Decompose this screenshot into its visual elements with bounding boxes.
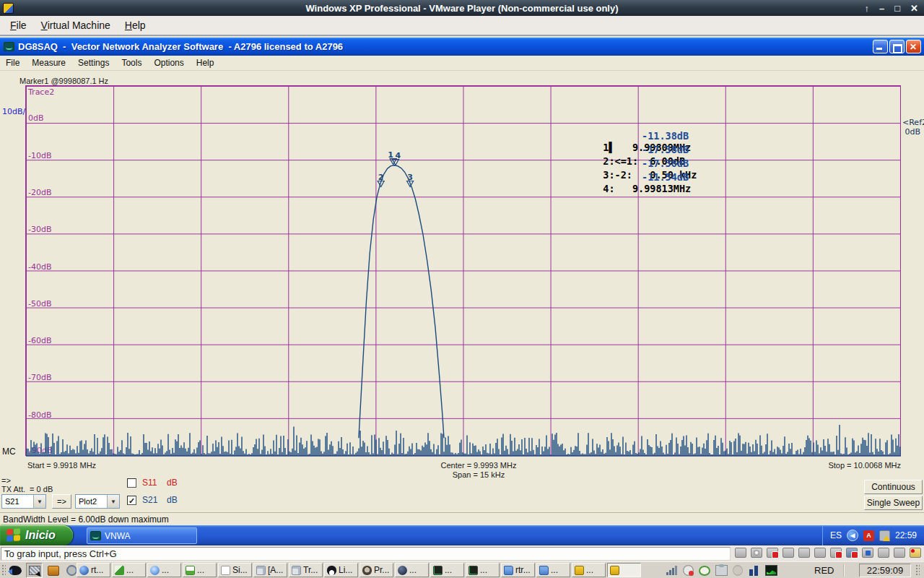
vmware-menu-virtual-machine[interactable]: Virtual Machine xyxy=(35,17,116,33)
xp-restore-button[interactable] xyxy=(889,40,905,53)
taskbar-task-vnwa[interactable]: VNWA xyxy=(87,527,197,544)
svg-text:2: 2 xyxy=(378,173,384,182)
sphere-blue-icon xyxy=(79,566,89,575)
net-graph-icon[interactable] xyxy=(765,565,777,576)
vnwa-menubar: File Measure Settings Tools Options Help xyxy=(0,56,924,71)
host-window-button[interactable]: rt... xyxy=(77,563,110,577)
host-window-list: rt............Si...[A...Tr...Li...Pr....… xyxy=(77,563,641,577)
vmware-tools-warning-icon[interactable] xyxy=(879,530,890,541)
volume-icon[interactable] xyxy=(733,565,743,576)
harddisk-device-icon[interactable] xyxy=(814,548,826,558)
folder-icon xyxy=(539,566,549,575)
host-window-button[interactable]: rtr... xyxy=(501,563,535,577)
host-window-button[interactable]: ... xyxy=(536,563,570,577)
y-scale-label: 10dB/ xyxy=(2,107,25,116)
close-icon[interactable]: ✕ xyxy=(910,3,918,14)
fullscreen-icon[interactable]: ↑ xyxy=(865,3,870,14)
s11-checkbox[interactable] xyxy=(127,478,136,488)
minimize-icon[interactable]: – xyxy=(879,3,884,14)
green-ellipse-icon[interactable] xyxy=(699,566,710,576)
launcher-black-animal-icon[interactable] xyxy=(7,563,24,578)
display-error-device-icon[interactable] xyxy=(846,548,858,558)
panel-drag-handle[interactable] xyxy=(915,564,920,576)
launcher-screen-tool-icon[interactable] xyxy=(26,563,43,578)
vmware-menubar: File Virtual Machine Help xyxy=(0,16,924,36)
s-parameter-select[interactable]: S21 ▼ xyxy=(1,494,46,509)
host-window-button[interactable]: Li... xyxy=(324,563,358,577)
host-window-button[interactable]: Pr... xyxy=(359,563,393,577)
usb-blue-device-icon[interactable] xyxy=(862,548,873,558)
vmware-titlebar: Windows XP Professional - VMware Player … xyxy=(0,0,924,16)
signal-bars-icon[interactable] xyxy=(666,565,678,576)
assign-trace-button[interactable]: => xyxy=(52,494,71,509)
host-window-button[interactable]: ... xyxy=(572,563,606,577)
network-name-label: RED xyxy=(814,565,834,576)
host-window-label: ... xyxy=(586,565,593,575)
host-window-label: ... xyxy=(197,565,204,575)
vmware-menu-help[interactable]: Help xyxy=(119,17,152,33)
panel-drag-handle[interactable] xyxy=(1,564,6,576)
harddisk-device-icon[interactable] xyxy=(894,548,905,558)
marker-readout-row: 4: 9.99813MHz -11.54dB xyxy=(544,171,884,185)
single-sweep-button[interactable]: Single Sweep xyxy=(864,496,923,510)
continuous-sweep-button[interactable]: Continuous xyxy=(864,480,923,494)
host-window-label: ... xyxy=(409,565,417,575)
axis-stop-label: Stop = 10.0068 MHz xyxy=(758,461,901,470)
usb-error-device-icon[interactable] xyxy=(830,548,842,558)
timer-icon[interactable] xyxy=(683,565,694,576)
xp-close-button[interactable] xyxy=(906,40,921,53)
sphere-dark-icon xyxy=(398,566,407,575)
floppy-device-icon[interactable] xyxy=(735,548,746,558)
chevron-down-icon[interactable]: ▼ xyxy=(33,495,45,508)
plot-area[interactable]: Trace2 0dB-10dB-20dB-30dB-40dB-50dB-60dB… xyxy=(25,85,901,456)
host-window-label: rtr... xyxy=(515,565,531,575)
harddisk-device-icon[interactable] xyxy=(878,548,889,558)
pdf-reader-tray-icon[interactable]: A xyxy=(863,530,874,541)
host-window-button[interactable]: Tr... xyxy=(289,563,323,577)
host-window-button[interactable]: ... xyxy=(183,563,217,577)
vmware-icon xyxy=(575,566,584,575)
maximize-icon[interactable]: □ xyxy=(894,3,900,14)
host-window-button[interactable]: ... xyxy=(112,563,146,577)
host-window-button[interactable]: Si... xyxy=(218,563,252,577)
start-button[interactable]: Inicio xyxy=(0,525,73,545)
vmware-menu-file[interactable]: File xyxy=(4,17,32,33)
launcher-drawer-icon[interactable] xyxy=(45,563,61,578)
eq-bars-icon[interactable] xyxy=(748,565,760,576)
note-device-icon[interactable] xyxy=(910,548,921,558)
s11-unit-label: dB xyxy=(167,478,178,488)
axis-center-label: Center = 9.9993 MHz xyxy=(406,461,551,470)
vnwa-menu-tools[interactable]: Tools xyxy=(116,56,148,69)
host-window-button[interactable]: [A... xyxy=(253,563,287,577)
ref-level-label: <Ref2 0dB xyxy=(902,118,924,137)
host-window-button[interactable] xyxy=(607,563,641,577)
hide-tray-icons-icon[interactable]: ◀ xyxy=(847,530,858,541)
folder-icon xyxy=(504,566,513,575)
vm-device-icons xyxy=(735,548,921,558)
vmware-icon xyxy=(610,566,619,575)
grab-input-hint: To grab input, press Ctrl+G xyxy=(1,547,731,561)
language-indicator[interactable]: ES xyxy=(830,530,842,540)
s21-checkbox[interactable]: ✓ xyxy=(127,496,136,505)
host-window-button[interactable]: ... xyxy=(430,563,464,577)
host-window-button[interactable]: ... xyxy=(395,563,429,577)
printer-device-icon[interactable] xyxy=(798,548,810,558)
floppy-error-device-icon[interactable] xyxy=(767,548,778,558)
vnwa-menu-options[interactable]: Options xyxy=(148,56,190,69)
host-window-label: Tr... xyxy=(303,565,318,575)
plot-select[interactable]: Plot2 ▼ xyxy=(75,494,120,509)
vnwa-menu-settings[interactable]: Settings xyxy=(72,56,116,69)
xp-minimize-button[interactable] xyxy=(873,40,888,53)
vnwa-menu-measure[interactable]: Measure xyxy=(26,56,72,69)
xp-clock[interactable]: 22:59 xyxy=(895,530,917,540)
tool-device-icon[interactable] xyxy=(783,548,794,558)
terminal-icon xyxy=(468,566,478,575)
clipboard-icon[interactable] xyxy=(715,565,728,576)
chevron-down-icon[interactable]: ▼ xyxy=(107,495,119,508)
host-window-button[interactable]: ... xyxy=(147,563,181,577)
host-clock[interactable]: 22:59:09 xyxy=(859,564,911,577)
cdrom-device-icon[interactable] xyxy=(751,548,762,558)
vnwa-menu-file[interactable]: File xyxy=(0,56,26,69)
vnwa-menu-help[interactable]: Help xyxy=(191,56,221,69)
host-window-button[interactable]: ... xyxy=(466,563,500,577)
